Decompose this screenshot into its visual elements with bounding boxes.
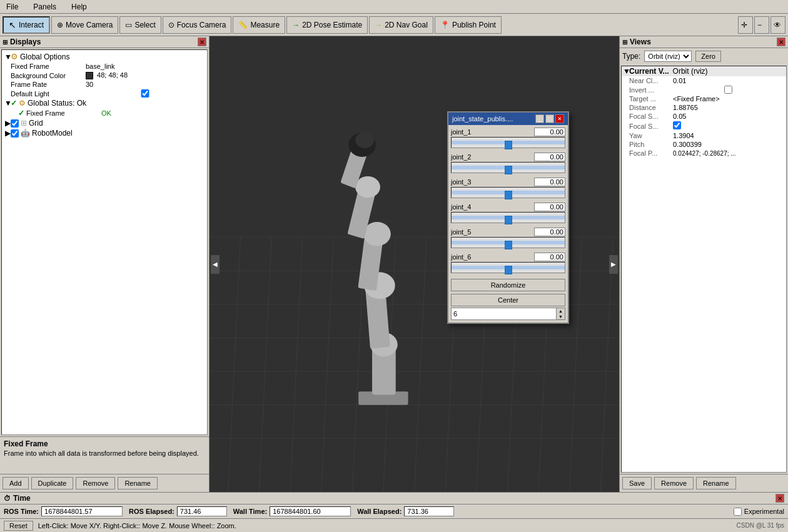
global-status-row[interactable]: ▼ ✓ ⚙ Global Status: Ok	[3, 98, 206, 108]
dialog-minimize-button[interactable]: _	[535, 114, 544, 123]
menu-panels[interactable]: Panels	[29, 1, 60, 13]
remove-button[interactable]: Remove	[76, 477, 115, 489]
global-options-expand[interactable]: ▼	[4, 53, 11, 61]
nav-right-arrow[interactable]: ▶	[609, 255, 618, 274]
global-status-label: Global Status: Ok	[28, 99, 86, 108]
spinner-up-arrow[interactable]: ▲	[556, 308, 565, 314]
grid-row[interactable]: ▶ ⊞ Grid	[3, 118, 206, 128]
views-tree[interactable]: ▼ Current V... Orbit (rviz) Near Cl... 0…	[621, 66, 787, 473]
views-panel-header: ⊞ Views ✕	[620, 36, 788, 48]
frame-rate-value[interactable]: 30	[86, 81, 205, 88]
joint-1-slider[interactable]	[451, 137, 565, 148]
joint-2-value[interactable]	[534, 153, 565, 161]
views-remove-button[interactable]: Remove	[654, 477, 694, 489]
dialog-close-button[interactable]: ✕	[555, 114, 564, 123]
robot-model-expand[interactable]: ▶	[4, 129, 11, 138]
views-type-select[interactable]: Orbit (rviz)	[644, 51, 692, 62]
grid-expand[interactable]: ▶	[4, 119, 11, 128]
select-button[interactable]: ▭ Select	[119, 16, 161, 34]
num-joints-spinner[interactable]: ▲ ▼	[451, 308, 565, 320]
global-status-expand[interactable]: ▼	[4, 99, 11, 108]
focus-camera-button[interactable]: ⊙ Focus Camera	[163, 16, 232, 34]
current-view-expand[interactable]: ▼	[623, 67, 629, 76]
add-button[interactable]: Add	[3, 477, 29, 489]
num-joints-input[interactable]	[452, 309, 556, 318]
focal-s1-value[interactable]: 0.05	[673, 113, 784, 120]
spinner-arrows: ▲ ▼	[556, 308, 565, 319]
joint-5-value[interactable]	[534, 228, 565, 236]
zoom-in-button[interactable]: ✛	[738, 16, 753, 34]
status-fixed-frame-label: Fixed Frame	[26, 109, 101, 117]
joint-3-value[interactable]	[534, 178, 565, 186]
ros-elapsed-input[interactable]	[177, 506, 227, 516]
viewport[interactable]: ◀ ▶ joint_state_publis.... _ □ ✕ joint_1	[210, 36, 619, 492]
menu-help[interactable]: Help	[68, 1, 91, 13]
color-swatch[interactable]	[86, 72, 93, 79]
wall-elapsed-input[interactable]	[404, 506, 454, 516]
current-view-row[interactable]: ▼ Current V... Orbit (rviz)	[622, 66, 786, 76]
distance-value[interactable]: 1.88765	[673, 104, 784, 111]
eye-button[interactable]: 👁	[770, 16, 785, 34]
randomize-button[interactable]: Randomize	[451, 279, 565, 291]
views-save-button[interactable]: Save	[622, 477, 652, 489]
views-close-button[interactable]: ✕	[777, 38, 785, 46]
wall-elapsed-field: Wall Elapsed:	[357, 506, 454, 516]
robot-model-row[interactable]: ▶ 🤖 RobotModel	[3, 128, 206, 138]
time-panel-close[interactable]: ✕	[775, 494, 784, 503]
joint-1-value[interactable]	[534, 128, 565, 136]
duplicate-button[interactable]: Duplicate	[31, 477, 74, 489]
nav-left-arrow[interactable]: ◀	[211, 255, 220, 274]
joint-6-slider[interactable]	[451, 262, 565, 273]
time-title: ⏱ Time	[4, 494, 31, 503]
zoom-out-button[interactable]: −	[754, 16, 769, 34]
move-camera-label: Move Camera	[66, 21, 113, 29]
grid-checkbox[interactable]	[11, 119, 19, 128]
joint-4-slider[interactable]	[451, 212, 565, 223]
joint-3-label: joint_3	[451, 178, 471, 186]
joint-6-value[interactable]	[534, 253, 565, 261]
publish-point-button[interactable]: 📍 Publish Point	[435, 16, 502, 34]
displays-close-button[interactable]: ✕	[198, 38, 206, 46]
menu-bar: File Panels Help	[0, 0, 788, 14]
focal-s2-row: Focal S...	[622, 121, 786, 131]
pitch-value[interactable]: 0.300399	[673, 141, 784, 148]
frame-rate-label: Frame Rate	[11, 81, 86, 88]
move-camera-button[interactable]: ⊕ Move Camera	[51, 16, 118, 34]
robot-model-checkbox[interactable]	[11, 129, 19, 138]
joint-3-slider[interactable]	[451, 187, 565, 198]
center-button[interactable]: Center	[451, 294, 565, 306]
focal-p-value[interactable]: 0.024427; -0.28627; ...	[673, 150, 784, 157]
measure-button[interactable]: 📏 Measure	[233, 16, 285, 34]
spinner-down-arrow[interactable]: ▼	[556, 314, 565, 319]
ros-elapsed-label: ROS Elapsed:	[129, 508, 174, 515]
displays-tree[interactable]: ▼ ⚙ Global Options Fixed Frame base_link…	[1, 49, 208, 435]
pose-estimate-button[interactable]: → 2D Pose Estimate	[286, 16, 368, 34]
tooltip-description: Frame into which all data is transformed…	[4, 449, 205, 457]
global-options-row[interactable]: ▼ ⚙ Global Options	[3, 51, 206, 62]
reset-button[interactable]: Reset	[4, 521, 33, 531]
rename-button[interactable]: Rename	[118, 477, 158, 489]
joint-4-value[interactable]	[534, 203, 565, 211]
views-zero-button[interactable]: Zero	[695, 51, 721, 62]
wall-time-input[interactable]	[270, 506, 351, 516]
menu-file[interactable]: File	[3, 1, 22, 13]
views-rename-button[interactable]: Rename	[696, 477, 736, 489]
nav-goal-button[interactable]: → 2D Nav Goal	[369, 16, 433, 34]
yaw-value[interactable]: 1.3904	[673, 132, 784, 139]
joint-5-slider[interactable]	[451, 237, 565, 248]
near-clip-value[interactable]: 0.01	[673, 77, 784, 84]
default-light-checkbox[interactable]	[86, 89, 205, 98]
experimental-checkbox[interactable]	[734, 508, 742, 516]
joint-2-slider[interactable]	[451, 162, 565, 173]
focal-s2-checkbox[interactable]	[673, 121, 681, 129]
interact-button[interactable]: ↖ Interact	[3, 16, 50, 34]
dialog-maximize-button[interactable]: □	[545, 114, 554, 123]
wall-time-label: Wall Time:	[233, 508, 267, 515]
fixed-frame-value[interactable]: base_link	[86, 63, 205, 70]
default-light-row: Default Light	[3, 89, 206, 98]
target-value[interactable]: <Fixed Frame>	[673, 95, 784, 103]
nav-icon: →	[375, 21, 382, 29]
invert-checkbox[interactable]	[673, 86, 784, 94]
svg-point-33	[355, 132, 374, 148]
ros-time-input[interactable]	[41, 506, 123, 516]
